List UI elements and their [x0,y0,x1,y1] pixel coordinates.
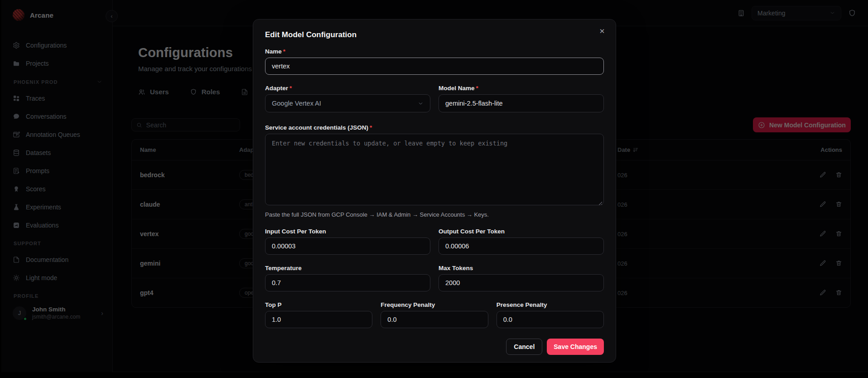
input-cost-label: Input Cost Per Token [265,228,430,235]
name-field-label: Name* [265,48,604,55]
top-p-field[interactable] [265,311,372,328]
credentials-field-label: Service account credentials (JSON)* [265,124,604,131]
max-tokens-label: Max Tokens [439,265,604,271]
credentials-textarea[interactable] [265,134,604,205]
max-tokens-field[interactable] [439,274,604,291]
modal-title: Edit Model Configuration [265,30,604,39]
frequency-penalty-field[interactable] [381,311,488,328]
credentials-help-text: Paste the full JSON from GCP Console → I… [265,211,604,218]
model-name-field-label: Model Name* [439,85,604,92]
name-field[interactable] [265,58,604,75]
cancel-button[interactable]: Cancel [506,339,542,355]
close-icon[interactable]: ✕ [598,27,607,36]
required-asterisk: * [476,85,478,92]
input-cost-field[interactable] [265,237,430,255]
required-asterisk: * [289,85,292,92]
top-p-label: Top P [265,301,372,308]
chevron-down-icon [418,101,424,107]
edit-model-configuration-modal: Edit Model Configuration ✕ Name* Adapter… [253,19,616,363]
presence-penalty-label: Presence Penalty [497,301,604,308]
temperature-field[interactable] [265,274,430,291]
temperature-label: Temperature [265,265,430,271]
output-cost-field[interactable] [439,237,604,255]
save-changes-button[interactable]: Save Changes [547,339,604,355]
model-name-field[interactable] [439,94,604,112]
output-cost-label: Output Cost Per Token [439,228,604,235]
presence-penalty-field[interactable] [497,311,604,328]
adapter-select[interactable]: Google Vertex AI [265,94,430,112]
required-asterisk: * [370,124,372,131]
required-asterisk: * [283,48,285,55]
frequency-penalty-label: Frequency Penalty [381,301,488,308]
adapter-field-label: Adapter* [265,85,430,92]
